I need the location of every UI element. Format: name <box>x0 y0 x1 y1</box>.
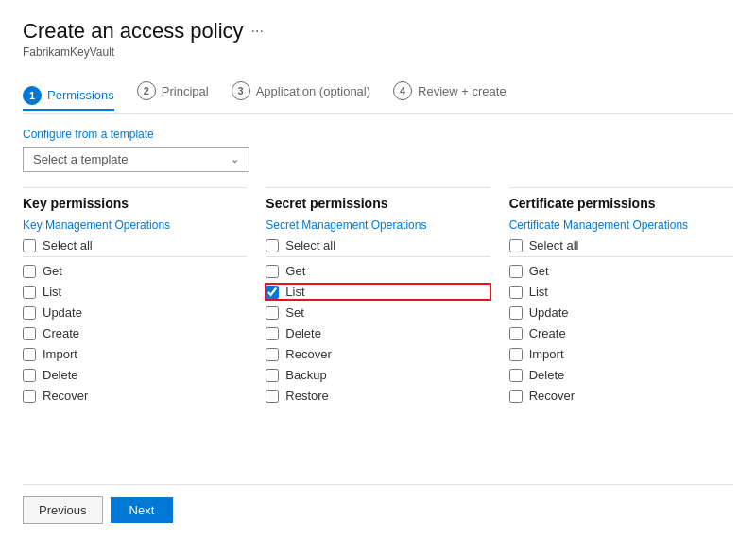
cert-recover-label: Recover <box>529 389 575 403</box>
key-select-all-checkbox[interactable] <box>23 239 36 252</box>
step-4-label: Review + create <box>418 84 507 98</box>
key-permissions-column: Key permissions Key Management Operation… <box>23 187 247 477</box>
key-ops-label: Key Management Operations <box>23 218 247 232</box>
cert-create-row: Create <box>509 325 733 341</box>
cert-import-row: Import <box>509 346 733 362</box>
secret-list-checkbox[interactable] <box>266 286 279 299</box>
step-permissions[interactable]: 1 Permissions <box>23 86 114 111</box>
cert-import-checkbox[interactable] <box>509 348 523 361</box>
cert-list-label: List <box>529 285 548 299</box>
secret-recover-row: Recover <box>266 346 490 362</box>
cert-recover-checkbox[interactable] <box>509 390 523 403</box>
secret-list-row: List <box>266 284 490 300</box>
step-application[interactable]: 3 Application (optional) <box>232 81 370 104</box>
secret-backup-row: Backup <box>266 367 490 383</box>
key-list-label: List <box>43 285 61 299</box>
key-import-checkbox[interactable] <box>23 348 36 361</box>
secret-get-label: Get <box>285 264 305 278</box>
vault-name: FabrikamKeyVault <box>23 45 733 59</box>
secret-select-all-label: Select all <box>285 238 335 252</box>
key-select-all-row: Select all <box>23 237 247 257</box>
page-title: Create an access policy <box>23 19 244 43</box>
configure-label: Configure from a template <box>23 128 733 141</box>
secret-permissions-title: Secret permissions <box>266 196 490 211</box>
cert-list-row: List <box>509 284 733 300</box>
secret-delete-row: Delete <box>266 325 490 341</box>
cert-recover-row: Recover <box>509 388 733 404</box>
step-1-circle: 1 <box>23 86 42 105</box>
cert-import-label: Import <box>529 347 564 361</box>
cert-list-checkbox[interactable] <box>509 286 523 299</box>
cert-get-checkbox[interactable] <box>509 265 523 278</box>
key-update-row: Update <box>23 304 247 321</box>
cert-select-all-checkbox[interactable] <box>509 239 523 252</box>
key-recover-label: Recover <box>43 389 88 403</box>
secret-backup-checkbox[interactable] <box>266 369 279 382</box>
cert-permissions-title: Certificate permissions <box>509 196 733 211</box>
key-update-checkbox[interactable] <box>23 306 36 320</box>
cert-get-row: Get <box>509 263 733 279</box>
more-options-icon[interactable]: ··· <box>251 23 264 40</box>
template-placeholder: Select a template <box>33 152 128 166</box>
key-permissions-title: Key permissions <box>23 196 247 211</box>
secret-restore-checkbox[interactable] <box>266 390 279 403</box>
key-recover-row: Recover <box>23 388 247 404</box>
key-delete-label: Delete <box>43 368 78 382</box>
step-2-circle: 2 <box>137 81 156 100</box>
key-list-row: List <box>23 284 247 300</box>
step-principal[interactable]: 2 Principal <box>137 81 209 104</box>
certificate-permissions-column: Certificate permissions Certificate Mana… <box>509 187 733 477</box>
secret-set-checkbox[interactable] <box>266 306 279 320</box>
secret-set-row: Set <box>266 304 490 321</box>
secret-ops-label: Secret Management Operations <box>266 218 490 232</box>
key-delete-row: Delete <box>23 367 247 383</box>
key-delete-checkbox[interactable] <box>23 369 36 382</box>
key-create-checkbox[interactable] <box>23 327 36 340</box>
key-create-row: Create <box>23 325 247 341</box>
cert-ops-label: Certificate Management Operations <box>509 218 733 232</box>
template-dropdown[interactable]: Select a template ⌄ <box>23 147 249 172</box>
key-get-label: Get <box>43 264 62 278</box>
step-review-create[interactable]: 4 Review + create <box>393 81 507 104</box>
secret-permissions-column: Secret permissions Secret Management Ope… <box>266 187 490 477</box>
secret-select-all-row: Select all <box>266 237 490 257</box>
key-import-label: Import <box>43 347 77 361</box>
step-3-circle: 3 <box>232 81 250 100</box>
key-get-checkbox[interactable] <box>23 265 36 278</box>
secret-list-label: List <box>285 285 304 299</box>
cert-update-checkbox[interactable] <box>509 306 523 320</box>
key-update-label: Update <box>43 305 82 320</box>
cert-delete-label: Delete <box>529 368 565 382</box>
secret-delete-checkbox[interactable] <box>266 327 279 340</box>
footer: Previous Next <box>23 484 733 524</box>
steps-nav: 1 Permissions 2 Principal 3 Application … <box>23 81 733 114</box>
key-get-row: Get <box>23 263 247 279</box>
secret-restore-label: Restore <box>285 389 329 403</box>
secret-recover-checkbox[interactable] <box>266 348 279 361</box>
secret-get-checkbox[interactable] <box>266 265 279 278</box>
step-3-label: Application (optional) <box>256 84 370 98</box>
cert-create-label: Create <box>529 326 566 340</box>
key-list-checkbox[interactable] <box>23 286 36 299</box>
secret-restore-row: Restore <box>266 388 490 404</box>
cert-delete-row: Delete <box>509 367 733 383</box>
cert-get-label: Get <box>529 264 549 278</box>
secret-delete-label: Delete <box>285 326 321 340</box>
chevron-down-icon: ⌄ <box>231 153 239 165</box>
secret-set-label: Set <box>285 305 304 320</box>
cert-delete-checkbox[interactable] <box>509 369 523 382</box>
secret-select-all-checkbox[interactable] <box>266 239 279 252</box>
secret-recover-label: Recover <box>285 347 331 361</box>
step-1-label: Permissions <box>47 88 114 102</box>
step-2-label: Principal <box>162 84 209 98</box>
previous-button[interactable]: Previous <box>23 496 103 524</box>
cert-create-checkbox[interactable] <box>509 327 523 340</box>
key-recover-checkbox[interactable] <box>23 390 36 403</box>
key-import-row: Import <box>23 346 247 362</box>
cert-update-row: Update <box>509 304 733 321</box>
secret-backup-label: Backup <box>285 368 326 382</box>
key-select-all-label: Select all <box>43 238 93 252</box>
key-create-label: Create <box>43 326 79 340</box>
next-button[interactable]: Next <box>111 497 174 523</box>
step-4-circle: 4 <box>393 81 412 100</box>
